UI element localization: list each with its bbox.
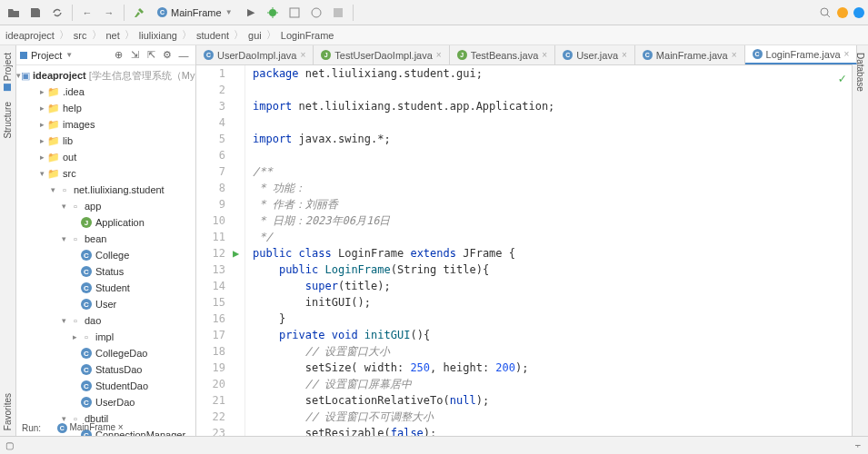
- tree-node-images[interactable]: ▸📁images: [16, 116, 195, 133]
- tree-node-impl[interactable]: ▸▫impl: [16, 329, 195, 345]
- run-icon[interactable]: ▶: [241, 3, 261, 23]
- crumb[interactable]: student: [195, 30, 231, 41]
- close-icon[interactable]: ×: [436, 50, 442, 60]
- editor-tab-mainframe[interactable]: CMainFrame.java×: [635, 45, 745, 64]
- hammer-icon[interactable]: [129, 3, 149, 23]
- project-tree[interactable]: ▾▣ideaproject [学生信息管理系统（MySQL版）▸📁.idea▸📁…: [16, 65, 195, 436]
- code-line[interactable]: setSize( width: 250, height: 200);: [253, 360, 852, 376]
- tree-node-collegedao[interactable]: CCollegeDao: [16, 345, 195, 361]
- close-icon[interactable]: ×: [622, 50, 627, 60]
- editor-tab-userdaoimpl[interactable]: CUserDaoImpl.java×: [196, 45, 314, 64]
- code-line[interactable]: * 日期：2023年06月16日: [253, 212, 852, 229]
- run-gutter-icon[interactable]: ▶: [233, 247, 239, 260]
- code-line[interactable]: [253, 82, 852, 98]
- close-icon[interactable]: ×: [300, 50, 305, 60]
- tree-node-user[interactable]: CUser: [16, 296, 195, 312]
- tree-node-src[interactable]: ▾📁src: [16, 165, 195, 182]
- tree-node-application[interactable]: JApplication: [16, 214, 195, 231]
- collapse-all-icon[interactable]: ⫟: [853, 440, 863, 450]
- tree-node-college[interactable]: CCollege: [16, 247, 195, 263]
- crumb[interactable]: liulixiang: [137, 30, 179, 41]
- open-icon[interactable]: [4, 3, 24, 23]
- sync-icon[interactable]: [47, 3, 67, 23]
- code-line[interactable]: * 作者：刘丽香: [253, 196, 852, 212]
- code-line[interactable]: // 设置窗口大小: [253, 343, 852, 360]
- code-line[interactable]: import javax.swing.*;: [253, 131, 852, 147]
- editor-content[interactable]: 1234567891011121314151617181920212223242…: [196, 65, 852, 436]
- editor-tab-testuserdaoimpl[interactable]: JTestUserDaoImpl.java×: [314, 45, 449, 64]
- code-area[interactable]: package net.liulixiang.student.gui;impor…: [245, 65, 852, 436]
- close-icon[interactable]: ×: [542, 50, 547, 60]
- code-line[interactable]: super(title);: [253, 278, 852, 294]
- tree-node-app[interactable]: ▾▫app: [16, 198, 195, 214]
- chevron-down-icon[interactable]: ▼: [65, 51, 73, 59]
- code-line[interactable]: // 设置窗口屏幕居中: [253, 376, 852, 392]
- bottom-toolwindow-bar: Run: C MainFrame ×: [16, 419, 129, 436]
- code-line[interactable]: public class LoginFrame extends JFrame {: [253, 245, 852, 262]
- forward-icon[interactable]: →: [99, 3, 119, 23]
- tree-node-help[interactable]: ▸📁help: [16, 100, 195, 116]
- profile-icon[interactable]: [306, 3, 326, 23]
- code-line[interactable]: }: [253, 311, 852, 327]
- crumb[interactable]: src: [72, 30, 89, 41]
- gear-icon[interactable]: ⚙: [159, 47, 175, 64]
- favorites-toolwindow-tab[interactable]: Favorites: [2, 388, 14, 436]
- code-line[interactable]: [253, 114, 852, 131]
- code-line[interactable]: public LoginFrame(String title){: [253, 262, 852, 278]
- hide-icon[interactable]: —: [175, 47, 192, 64]
- crumb[interactable]: LoginFrame: [279, 30, 336, 41]
- code-line[interactable]: [253, 147, 852, 163]
- java-icon: J: [457, 50, 467, 60]
- crumb[interactable]: net: [105, 30, 122, 41]
- debug-icon[interactable]: [263, 3, 283, 23]
- code-line[interactable]: setLocationRelativeTo(null);: [253, 392, 852, 409]
- code-line[interactable]: // 设置窗口不可调整大小: [253, 409, 852, 425]
- code-line[interactable]: private void initGUI(){: [253, 327, 852, 343]
- expand-icon[interactable]: ⇲: [126, 47, 143, 64]
- run-config-breadcrumb[interactable]: C MainFrame ×: [46, 422, 129, 433]
- class-icon: C: [563, 50, 573, 60]
- editor-tab-loginframe[interactable]: CLoginFrame.java×: [745, 45, 858, 64]
- user-avatar-icon[interactable]: [853, 7, 864, 18]
- editor-tab-user[interactable]: CUser.java×: [555, 45, 635, 64]
- tree-node-statusdao[interactable]: CStatusDao: [16, 361, 195, 378]
- structure-toolwindow-tab[interactable]: Structure: [2, 96, 14, 144]
- close-icon[interactable]: ×: [732, 50, 737, 60]
- run-toolwindow-tab[interactable]: Run:: [16, 423, 46, 433]
- search-icon[interactable]: [815, 3, 835, 23]
- inspection-ok-icon[interactable]: ✓: [839, 71, 846, 85]
- save-icon[interactable]: [25, 3, 45, 23]
- tree-node-bean[interactable]: ▾▫bean: [16, 231, 195, 247]
- tree-node-net-liulixiang-student[interactable]: ▾▫net.liulixiang.student: [16, 182, 195, 198]
- target-icon[interactable]: ⊕: [110, 47, 126, 64]
- run-config-dropdown[interactable]: C MainFrame ▼: [151, 5, 239, 21]
- code-line[interactable]: /**: [253, 163, 852, 180]
- tree-node-dao[interactable]: ▾▫dao: [16, 312, 195, 329]
- coverage-icon[interactable]: [284, 3, 304, 23]
- code-line[interactable]: import net.liulixiang.student.app.Applic…: [253, 98, 852, 114]
- tree-node-student[interactable]: CStudent: [16, 280, 195, 296]
- editor-tab-testbeans[interactable]: JTestBeans.java×: [450, 45, 555, 64]
- tree-node-status[interactable]: CStatus: [16, 263, 195, 280]
- project-toolwindow-tab[interactable]: Project: [2, 47, 14, 96]
- project-panel-header: Project▼ ⊕ ⇲ ⇱ ⚙ —: [16, 45, 195, 65]
- tree-node-studentdao[interactable]: CStudentDao: [16, 378, 195, 394]
- tree-node-out[interactable]: ▸📁out: [16, 149, 195, 165]
- status-indicator-icon[interactable]: [837, 7, 848, 18]
- crumb[interactable]: ideaproject: [4, 30, 56, 41]
- back-icon[interactable]: ←: [77, 3, 97, 23]
- crumb[interactable]: gui: [246, 30, 264, 41]
- stop-icon[interactable]: [328, 3, 348, 23]
- close-icon[interactable]: ×: [844, 49, 850, 59]
- tree-root[interactable]: ▾▣ideaproject [学生信息管理系统（MySQL版）: [16, 67, 195, 84]
- collapse-icon[interactable]: ⇱: [143, 47, 159, 64]
- tree-node-userdao[interactable]: CUserDao: [16, 394, 195, 410]
- code-line[interactable]: * 功能：: [253, 180, 852, 196]
- code-line[interactable]: initGUI();: [253, 294, 852, 311]
- status-box-icon[interactable]: ▢: [5, 440, 14, 450]
- tree-node-lib[interactable]: ▸📁lib: [16, 133, 195, 149]
- code-line[interactable]: package net.liulixiang.student.gui;: [253, 65, 852, 82]
- tree-node--idea[interactable]: ▸📁.idea: [16, 84, 195, 100]
- code-line[interactable]: */: [253, 229, 852, 245]
- code-line[interactable]: setResizable(false);: [253, 425, 852, 436]
